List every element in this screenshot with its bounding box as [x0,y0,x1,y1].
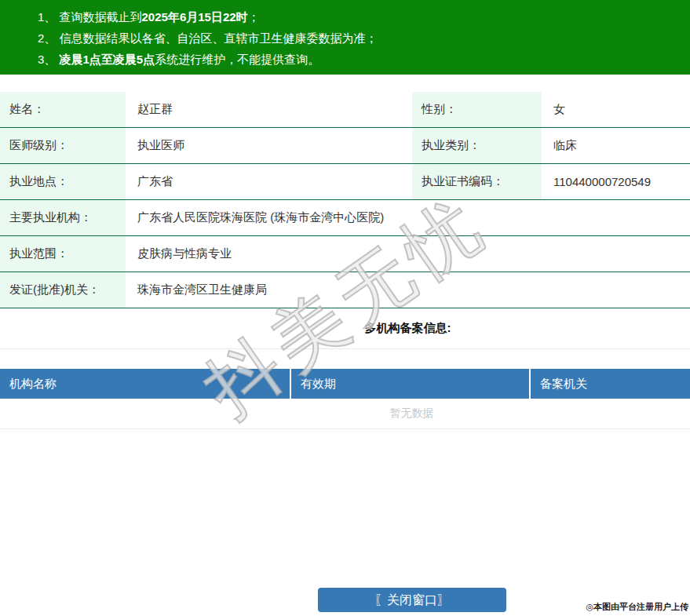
main-org-value: 广东省人民医院珠海医院 (珠海市金湾中心医院) [126,200,690,235]
column-header-org-name: 机构名称 [0,369,291,399]
notice-1-bold: 2025年6月15日22时 [142,10,248,24]
level-label: 医师级别： [0,128,126,163]
notice-line-1: 1、 查询数据截止到2025年6月15日22时； [38,6,682,27]
gender-label: 性别： [412,92,542,127]
column-header-validity: 有效期 [291,369,531,399]
multi-org-table-header: 机构名称 有效期 备案机关 [0,369,690,399]
info-row-location-certno: 执业地点： 广东省 执业证书编码： 110440000720549 [0,164,690,200]
name-label: 姓名： [0,92,126,127]
info-row-name-gender: 姓名： 赵正群 性别： 女 [0,92,690,128]
notice-3-text: 3、 [38,53,60,66]
notice-3-suffix: 系统进行维护，不能提供查询。 [155,53,319,66]
gender-value: 女 [542,92,690,127]
close-window-button[interactable]: 〖关闭窗口〗 [318,588,506,612]
name-value: 赵正群 [126,92,412,127]
empty-data-text: 暂无数据 [0,399,690,429]
location-value: 广东省 [126,164,412,199]
info-row-main-org: 主要执业机构： 广东省人民医院珠海医院 (珠海市金湾中心医院) [0,200,690,236]
notice-1-suffix: ； [248,10,260,24]
category-value: 临床 [542,128,690,163]
notice-3-bold: 凌晨1点至凌晨5点 [60,53,155,66]
multi-org-heading: 多机构备案信息: [0,308,690,349]
location-label: 执业地点： [0,164,126,199]
category-label: 执业类别： [412,128,542,163]
notice-line-3: 3、 凌晨1点至凌晨5点系统进行维护，不能提供查询。 [38,49,682,70]
upload-credit-text: ◎本图由平台注册用户上传 [586,601,688,613]
info-row-level-category: 医师级别： 执业医师 执业类别： 临床 [0,128,690,164]
multi-org-table: 机构名称 有效期 备案机关 暂无数据 [0,369,690,429]
issuer-label: 发证(批准)机关： [0,272,126,308]
column-header-filing-authority: 备案机关 [531,369,690,399]
cert-no-label: 执业证书编码： [412,164,542,199]
notice-line-2: 2、 信息数据结果以各省、自治区、直辖市卫生健康委数据为准； [38,27,682,49]
notice-1-text: 1、 查询数据截止到 [38,10,142,24]
main-org-label: 主要执业机构： [0,200,126,235]
cert-no-value: 110440000720549 [542,164,690,199]
notice-2-text: 2、 信息数据结果以各省、自治区、直辖市卫生健康委数据为准； [38,31,378,45]
notice-banner: 1、 查询数据截止到2025年6月15日22时； 2、 信息数据结果以各省、自治… [0,0,690,75]
scope-label: 执业范围： [0,236,126,272]
doctor-info-table: 姓名： 赵正群 性别： 女 医师级别： 执业医师 执业类别： 临床 执业地点： … [0,92,690,308]
info-row-issuer: 发证(批准)机关： 珠海市金湾区卫生健康局 [0,272,690,308]
level-value: 执业医师 [126,128,412,163]
issuer-value: 珠海市金湾区卫生健康局 [126,272,690,308]
scope-value: 皮肤病与性病专业 [126,236,690,272]
info-row-scope: 执业范围： 皮肤病与性病专业 [0,236,690,272]
